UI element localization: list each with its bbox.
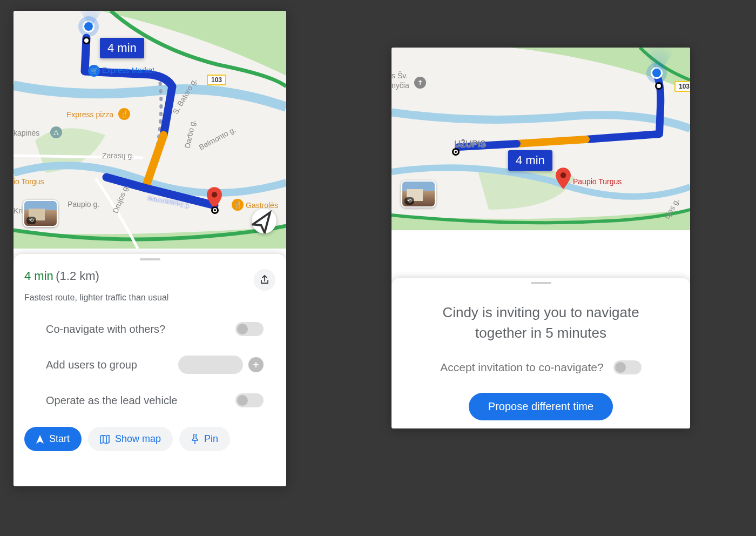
route-origin-dot	[83, 37, 90, 44]
phone-right-screen: 103 ✝ s Šv. nyčia UŽUPIS 4 min Paupio Tu…	[392, 48, 690, 428]
current-location-dot	[651, 67, 663, 79]
route-time-badge: 4 min	[508, 150, 552, 171]
label-kapines: kapinės	[14, 129, 39, 137]
route-distance: (1.2 km)	[56, 269, 99, 283]
map-svg-right	[392, 48, 690, 230]
cemetery-icon[interactable]: ⛼	[50, 126, 62, 138]
streetview-thumbnail[interactable]: ⟲	[23, 200, 58, 227]
lead-vehicle-toggle[interactable]	[235, 393, 264, 407]
street-zarasu: Zarasų g.	[102, 151, 134, 160]
label-nycia: nyčia	[392, 81, 409, 90]
invite-message: Cindy is inviting you to navigate togeth…	[392, 287, 690, 356]
lead-vehicle-row: Operate as the lead vehicle	[14, 384, 286, 417]
current-location-dot	[83, 21, 94, 32]
propose-time-button[interactable]: Propose different time	[469, 393, 613, 420]
map-canvas[interactable]: 4 min 🛒 Express Market 🍴 Express pizza 1…	[14, 11, 286, 249]
pin-button[interactable]: Pin	[179, 427, 230, 451]
share-button[interactable]	[254, 269, 275, 291]
poi-express-pizza[interactable]: Express pizza	[66, 110, 113, 119]
recenter-button[interactable]	[252, 209, 276, 233]
add-user-button[interactable]: +	[248, 357, 264, 372]
pin-label: Pin	[204, 433, 218, 445]
road-shield: 103	[674, 81, 690, 92]
show-map-button[interactable]: Show map	[88, 427, 173, 451]
co-navigate-label: Co-navigate with others?	[46, 323, 165, 336]
label-sv: s Šv.	[392, 71, 408, 80]
accept-toggle[interactable]	[613, 360, 642, 374]
start-button[interactable]: Start	[24, 427, 82, 451]
add-users-label: Add users to group	[46, 359, 137, 371]
share-icon	[260, 275, 269, 285]
invite-bottom-sheet[interactable]: Cindy is inviting you to navigate togeth…	[392, 278, 690, 428]
rotate-360-icon: ⟲	[404, 197, 414, 205]
route-origin-dot	[655, 82, 663, 90]
svg-point-3	[561, 172, 566, 178]
shopping-cart-icon[interactable]: 🛒	[88, 65, 100, 77]
destination-pin-icon[interactable]	[207, 187, 222, 209]
route-destination-dot	[211, 206, 219, 214]
accept-label: Accept invitation to co-navigate?	[440, 361, 603, 374]
route-bottom-sheet[interactable]: 4 min (1.2 km) Fastest route, lighter tr…	[14, 254, 286, 486]
food-icon-2[interactable]: 🍴	[232, 199, 244, 211]
route-duration: 4 min	[24, 269, 53, 283]
action-row: Start Show map Pin	[14, 417, 286, 461]
map-canvas-right[interactable]: 103 ✝ s Šv. nyčia UŽUPIS 4 min Paupio Tu…	[392, 48, 690, 230]
label-uzupis: UŽUPIS	[454, 139, 486, 149]
lead-vehicle-label: Operate as the lead vehicle	[46, 394, 178, 407]
road-shield: 103	[207, 75, 226, 85]
accept-row: Accept invitation to co-navigate?	[392, 356, 690, 393]
svg-point-1	[212, 192, 218, 198]
route-destination-dot	[452, 148, 460, 156]
street-paupio: Paupio g.	[68, 200, 99, 209]
phone-left-screen: 4 min 🛒 Express Market 🍴 Express pizza 1…	[14, 11, 286, 486]
rotate-360-icon: ⟲	[26, 217, 36, 224]
co-navigate-toggle[interactable]	[235, 322, 264, 336]
sheet-drag-handle[interactable]	[140, 258, 160, 260]
poi-express-market[interactable]: Express Market	[102, 66, 154, 75]
add-users-input[interactable]	[178, 356, 243, 374]
co-navigate-row: Co-navigate with others?	[14, 312, 286, 346]
route-time-badge: 4 min	[100, 38, 144, 58]
food-icon[interactable]: 🍴	[118, 108, 130, 120]
navigation-arrow-icon	[252, 209, 276, 233]
label-io-torgus: io Torgus	[14, 177, 44, 186]
route-description: Fastest route, lighter traffic than usua…	[14, 293, 286, 312]
pin-icon	[191, 434, 199, 444]
add-users-row: Add users to group +	[14, 346, 286, 384]
navigation-icon	[36, 435, 44, 444]
church-icon[interactable]: ✝	[414, 77, 426, 89]
destination-pin-icon[interactable]	[556, 168, 571, 189]
sheet-drag-handle[interactable]	[531, 282, 551, 284]
show-map-label: Show map	[115, 433, 161, 445]
map-icon	[100, 435, 110, 444]
start-label: Start	[49, 433, 70, 445]
poi-paupio-turgus[interactable]: Paupio Turgus	[573, 177, 622, 186]
streetview-thumbnail[interactable]: ⟲	[401, 180, 436, 207]
